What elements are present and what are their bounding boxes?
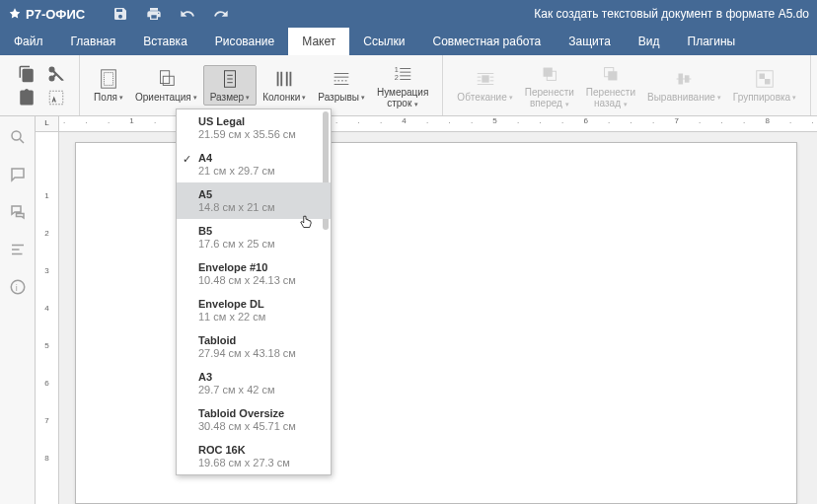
- titlebar: Р7-ОФИС Как создать текстовый документ в…: [0, 0, 817, 28]
- wrap-icon: [475, 68, 496, 90]
- pointer-cursor-icon: [297, 213, 315, 233]
- workspace: i L . . . 1 . . . 2 . . . 3 . . . 4 . . …: [0, 116, 817, 504]
- line-numbers-icon: 12: [392, 63, 413, 85]
- menu-главная[interactable]: Главная: [57, 28, 130, 55]
- margins-icon: [98, 68, 119, 90]
- svg-text:i: i: [15, 283, 17, 293]
- document-title: Как создать текстовый документ в формате…: [534, 7, 809, 21]
- line-numbers-button[interactable]: 12 Нумерациястрок ▾: [371, 61, 434, 110]
- svg-rect-3: [161, 71, 170, 84]
- menu-плагины[interactable]: Плагины: [674, 28, 750, 55]
- logo-icon: [8, 7, 22, 21]
- orientation-button[interactable]: Ориентация▾: [129, 66, 203, 105]
- undo-icon[interactable]: [180, 6, 195, 22]
- send-backward-icon: [600, 63, 622, 85]
- select-all-icon[interactable]: [47, 89, 65, 107]
- orientation-icon: [155, 68, 177, 90]
- feedback-icon[interactable]: i: [9, 278, 27, 296]
- menu-защита[interactable]: Защита: [555, 28, 625, 55]
- document-area[interactable]: L . . . 1 . . . 2 . . . 3 . . . 4 . . . …: [36, 116, 817, 504]
- page-size-dropdown[interactable]: US Legal21.59 см x 35.56 см✓A421 см x 29…: [176, 108, 332, 475]
- page-size-option[interactable]: A329.7 см x 42 см: [177, 365, 331, 401]
- align-button: Выравнивание▾: [641, 66, 727, 105]
- page-size-option[interactable]: Envelope #1010.48 см x 24.13 см: [177, 255, 331, 292]
- group-button: Группировка▾: [727, 66, 802, 105]
- page-size-option[interactable]: Tabloid Oversize30.48 см x 45.71 см: [177, 401, 331, 438]
- breaks-icon: [331, 68, 352, 90]
- svg-point-21: [11, 280, 25, 294]
- headings-icon[interactable]: [9, 241, 27, 258]
- svg-rect-12: [608, 71, 617, 80]
- send-backward-button: Перенестиназад ▾: [580, 61, 641, 110]
- left-sidebar: i: [0, 116, 36, 504]
- menu-макет[interactable]: Макет: [288, 28, 349, 55]
- print-icon[interactable]: [146, 6, 162, 22]
- columns-button[interactable]: Колонки▾: [257, 66, 312, 105]
- page-size-option[interactable]: Tabloid27.94 см x 43.18 см: [177, 328, 331, 365]
- page-size-option[interactable]: US Legal21.59 см x 35.56 см: [177, 109, 331, 146]
- save-icon[interactable]: [112, 6, 128, 22]
- svg-rect-16: [759, 74, 765, 80]
- svg-rect-2: [104, 73, 112, 86]
- chat-icon[interactable]: [9, 203, 27, 221]
- svg-point-20: [12, 131, 21, 140]
- columns-icon: [273, 68, 295, 90]
- menu-вставка[interactable]: Вставка: [129, 28, 201, 55]
- wrap-button: Обтекание▾: [451, 66, 518, 105]
- check-icon: ✓: [183, 153, 191, 166]
- horizontal-ruler[interactable]: . . . 1 . . . 2 . . . 3 . . . 4 . . . 5 …: [59, 116, 817, 132]
- menu-совместная работа[interactable]: Совместная работа: [418, 28, 555, 55]
- vertical-ruler[interactable]: 12345678: [36, 132, 59, 504]
- copy-icon[interactable]: [18, 65, 36, 83]
- title-quick-actions: [112, 6, 229, 22]
- page-size-option[interactable]: ✓A421 см x 29.7 см: [177, 146, 331, 182]
- menu-файл[interactable]: Файл: [0, 28, 57, 55]
- menu-ссылки[interactable]: Ссылки: [349, 28, 418, 55]
- menubar: ФайлГлавнаяВставкаРисованиеМакетСсылкиСо…: [0, 28, 817, 55]
- svg-rect-9: [543, 67, 552, 76]
- search-icon[interactable]: [9, 128, 27, 146]
- margins-button[interactable]: Поля▾: [88, 66, 129, 105]
- svg-rect-17: [765, 79, 771, 85]
- svg-rect-14: [685, 75, 690, 82]
- svg-text:2: 2: [395, 72, 399, 81]
- page-size-option[interactable]: ROC 16K19.68 см x 27.3 см: [177, 438, 331, 474]
- ruler-corner: L: [36, 116, 59, 132]
- bring-forward-icon: [539, 63, 560, 85]
- align-icon: [673, 68, 695, 90]
- app-logo: Р7-ОФИС: [8, 7, 85, 22]
- bring-forward-button: Перенестивперед ▾: [519, 61, 580, 110]
- comments-icon[interactable]: [9, 166, 27, 183]
- redo-icon[interactable]: [213, 6, 229, 22]
- size-icon: [219, 68, 241, 90]
- size-button[interactable]: Размер▾: [203, 65, 257, 106]
- page-size-option[interactable]: Envelope DL11 см x 22 см: [177, 292, 331, 328]
- svg-rect-0: [49, 91, 63, 105]
- menu-рисование[interactable]: Рисование: [201, 28, 288, 55]
- svg-rect-13: [679, 74, 684, 85]
- cut-icon[interactable]: [47, 65, 65, 83]
- toolbar: Поля▾ Ориентация▾ Размер▾ Колонки▾ Разры…: [0, 55, 817, 116]
- svg-rect-8: [482, 75, 488, 82]
- app-name: Р7-ОФИС: [26, 7, 85, 22]
- menu-вид[interactable]: Вид: [625, 28, 674, 55]
- group-icon: [754, 68, 776, 90]
- paste-icon[interactable]: [18, 89, 36, 107]
- breaks-button[interactable]: Разрывы▾: [312, 66, 371, 105]
